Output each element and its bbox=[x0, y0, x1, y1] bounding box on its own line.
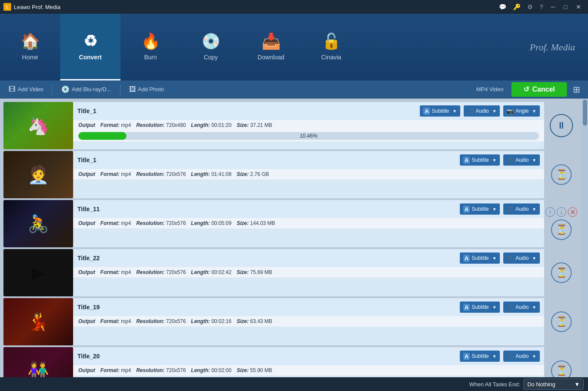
subtitle-label-4: Subtitle bbox=[471, 255, 489, 261]
key-icon[interactable]: 🔑 bbox=[511, 2, 523, 12]
nav-copy-label: Copy bbox=[204, 54, 218, 61]
audio-icon-5: 🎵 bbox=[507, 304, 514, 311]
subtitle-select-5[interactable]: A Subtitle ▼ bbox=[460, 302, 500, 313]
add-bluray-button[interactable]: 💿 Add Blu-ray/D... bbox=[57, 83, 116, 95]
length-val-5: 00:02:16 bbox=[211, 318, 231, 324]
home-icon: 🏠 bbox=[21, 32, 40, 50]
audio-icon-2: 🎵 bbox=[507, 157, 514, 163]
audio-select-1[interactable]: 🎵 Audio ▼ bbox=[464, 105, 500, 117]
hourglass-button-2[interactable]: ⏳ bbox=[551, 164, 572, 185]
add-photo-button[interactable]: 🖼 Add Photo bbox=[125, 84, 169, 95]
format-val-3: mp4 bbox=[121, 220, 131, 226]
maximize-button[interactable]: □ bbox=[560, 2, 571, 12]
video-item-2: 🧑‍💼 Title_1 A Subtitle ▼ 🎵 bbox=[3, 151, 579, 198]
subtitle-select-4[interactable]: A Subtitle ▼ bbox=[460, 252, 500, 264]
video-item-6: 👫 Title_20 A Subtitle ▼ 🎵 bbox=[3, 347, 579, 377]
angle-select-1[interactable]: 📷 Angle ▼ bbox=[503, 105, 540, 117]
video-body-3: Title_11 A Subtitle ▼ 🎵 Audio ▼ bbox=[73, 200, 544, 247]
subtitle-select-2[interactable]: A Subtitle ▼ bbox=[460, 154, 500, 166]
close-button[interactable]: ✕ bbox=[573, 2, 585, 12]
subtitle-icon-6: A bbox=[463, 353, 470, 360]
resolution-key-6: Resolution: 720x576 bbox=[136, 367, 186, 373]
audio-select-2[interactable]: 🎵 Audio ▼ bbox=[503, 154, 540, 166]
nav-burn[interactable]: 🔥 Burn bbox=[120, 14, 181, 80]
video-progress-1: 10.46% bbox=[73, 130, 544, 142]
add-bluray-icon: 💿 bbox=[61, 85, 70, 93]
status-bar: When All Tasks End: Do Nothing ▼ bbox=[0, 377, 588, 391]
hourglass-button-6[interactable]: ⏳ bbox=[551, 360, 572, 377]
move-up-icon-3[interactable]: ↑ bbox=[545, 207, 555, 217]
settings-icon[interactable]: ⚙ bbox=[525, 2, 536, 12]
audio-select-4[interactable]: 🎵 Audio ▼ bbox=[503, 252, 540, 264]
subtitle-select-1[interactable]: A Subtitle ▼ bbox=[420, 105, 460, 117]
pause-button-1[interactable]: ⏸ bbox=[550, 114, 573, 137]
tasks-end-select[interactable]: Do Nothing ▼ bbox=[523, 379, 584, 390]
video-body-5: Title_19 A Subtitle ▼ 🎵 Audio ▼ bbox=[73, 298, 544, 345]
hourglass-button-5[interactable]: ⏳ bbox=[551, 311, 572, 332]
audio-chevron-1: ▼ bbox=[492, 109, 496, 114]
scrollbar-thumb[interactable] bbox=[583, 100, 587, 126]
video-action-6: ⏳ bbox=[544, 347, 579, 377]
video-action-1: ⏸ bbox=[544, 102, 579, 149]
move-down-icon-3[interactable]: ↓ bbox=[557, 207, 566, 217]
video-controls-6: A Subtitle ▼ 🎵 Audio ▼ bbox=[460, 351, 540, 362]
help-icon[interactable]: ? bbox=[537, 2, 546, 12]
video-body-2: Title_1 A Subtitle ▼ 🎵 Audio ▼ bbox=[73, 151, 544, 198]
audio-label-3: Audio bbox=[515, 206, 529, 212]
panel-toggle-icon[interactable]: ⊞ bbox=[570, 83, 584, 96]
cancel-icon: ↺ bbox=[523, 85, 529, 93]
minimize-button[interactable]: ─ bbox=[548, 2, 559, 12]
video-controls-5: A Subtitle ▼ 🎵 Audio ▼ bbox=[460, 302, 540, 313]
video-meta-1: Output Format: mp4 Resolution: 720x480 L… bbox=[73, 120, 544, 130]
nav-cinavia[interactable]: 🔓 Cinavia bbox=[301, 14, 361, 80]
scrollbar[interactable] bbox=[582, 99, 588, 377]
audio-select-6[interactable]: 🎵 Audio ▼ bbox=[503, 351, 540, 362]
nav-convert[interactable]: ♻ Convert bbox=[60, 14, 120, 80]
add-video-icon: 🎞 bbox=[9, 86, 15, 93]
resolution-val-2: 720x576 bbox=[166, 171, 186, 177]
subtitle-icon-4: A bbox=[463, 255, 470, 262]
size-val-1: 37.21 MB bbox=[250, 122, 272, 128]
add-video-button[interactable]: 🎞 Add Video bbox=[4, 84, 48, 95]
video-thumb-1: 🦄 bbox=[3, 102, 73, 149]
video-body-4: Title_22 A Subtitle ▼ 🎵 Audio ▼ bbox=[73, 249, 544, 296]
audio-chevron-2: ▼ bbox=[532, 158, 536, 163]
subtitle-chevron-6: ▼ bbox=[492, 354, 496, 359]
format-key-5: Format: mp4 bbox=[100, 318, 131, 324]
video-item-5: 💃 Title_19 A Subtitle ▼ 🎵 bbox=[3, 298, 579, 345]
size-val-3: 144.03 MB bbox=[250, 220, 275, 226]
nav-home[interactable]: 🏠 Home bbox=[0, 14, 60, 80]
remove-icon-3[interactable]: ✕ bbox=[568, 207, 577, 217]
subtitle-chevron-1: ▼ bbox=[453, 109, 457, 114]
video-controls-4: A Subtitle ▼ 🎵 Audio ▼ bbox=[460, 252, 540, 264]
video-meta-4: Output Format: mp4 Resolution: 720x576 L… bbox=[73, 267, 544, 277]
audio-select-3[interactable]: 🎵 Audio ▼ bbox=[503, 203, 540, 215]
size-val-4: 75.69 MB bbox=[250, 269, 272, 275]
nav-cinavia-label: Cinavia bbox=[321, 54, 342, 61]
nav-home-label: Home bbox=[22, 54, 38, 61]
size-key-1: Size: 37.21 MB bbox=[237, 122, 272, 128]
hourglass-button-4[interactable]: ⏳ bbox=[551, 262, 572, 283]
video-meta-3: Output Format: mp4 Resolution: 720x576 L… bbox=[73, 218, 544, 228]
app-window: L Leawo Prof. Media 💬 🔑 ⚙ ? ─ □ ✕ 🏠 Home… bbox=[0, 0, 588, 391]
video-header-6: Title_20 A Subtitle ▼ 🎵 Audio ▼ bbox=[73, 347, 544, 365]
tasks-end-chevron: ▼ bbox=[574, 381, 580, 388]
size-val-5: 63.43 MB bbox=[250, 318, 272, 324]
audio-select-5[interactable]: 🎵 Audio ▼ bbox=[503, 302, 540, 313]
size-key-5: Size: 63.43 MB bbox=[237, 318, 272, 324]
subtitle-select-6[interactable]: A Subtitle ▼ bbox=[460, 351, 500, 362]
output-key-2: Output bbox=[78, 171, 95, 177]
nav-download[interactable]: 📥 Download bbox=[241, 14, 301, 80]
cancel-button[interactable]: ↺ Cancel bbox=[511, 82, 567, 97]
length-key-2: Length: 01:41:08 bbox=[191, 171, 231, 177]
chat-icon[interactable]: 💬 bbox=[496, 2, 509, 12]
audio-icon-3: 🎵 bbox=[507, 206, 514, 212]
hourglass-button-3[interactable]: ⏳ bbox=[551, 219, 572, 240]
subtitle-select-3[interactable]: A Subtitle ▼ bbox=[460, 203, 500, 215]
nav-copy[interactable]: 💿 Copy bbox=[181, 14, 241, 80]
length-val-4: 00:02:42 bbox=[211, 269, 231, 275]
format-key-2: Format: mp4 bbox=[100, 171, 131, 177]
format-val-2: mp4 bbox=[121, 171, 131, 177]
resolution-key-1: Resolution: 720x480 bbox=[136, 122, 186, 128]
add-video-label: Add Video bbox=[18, 86, 43, 92]
